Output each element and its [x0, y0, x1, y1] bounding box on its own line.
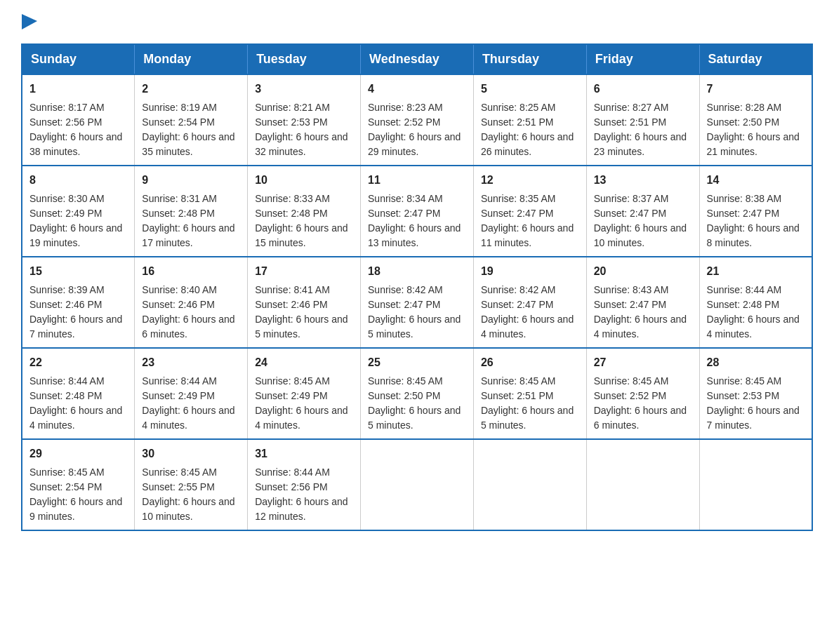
- calendar-day-cell: 27 Sunrise: 8:45 AMSunset: 2:52 PMDaylig…: [586, 348, 699, 439]
- day-info: Sunrise: 8:37 AMSunset: 2:47 PMDaylight:…: [594, 193, 687, 248]
- calendar-day-cell: 20 Sunrise: 8:43 AMSunset: 2:47 PMDaylig…: [586, 257, 699, 348]
- day-of-week-header: Tuesday: [248, 44, 361, 74]
- day-info: Sunrise: 8:35 AMSunset: 2:47 PMDaylight:…: [481, 193, 574, 248]
- day-of-week-header: Sunday: [22, 44, 135, 74]
- calendar-day-cell: 29 Sunrise: 8:45 AMSunset: 2:54 PMDaylig…: [22, 439, 135, 530]
- day-number: 18: [368, 263, 466, 280]
- calendar-day-cell: 28 Sunrise: 8:45 AMSunset: 2:53 PMDaylig…: [699, 348, 812, 439]
- calendar-day-cell: 26 Sunrise: 8:45 AMSunset: 2:51 PMDaylig…: [473, 348, 586, 439]
- day-info: Sunrise: 8:25 AMSunset: 2:51 PMDaylight:…: [481, 102, 574, 157]
- calendar-day-cell: 6 Sunrise: 8:27 AMSunset: 2:51 PMDayligh…: [586, 74, 699, 166]
- day-number: 15: [29, 263, 127, 280]
- calendar-day-cell: 11 Sunrise: 8:34 AMSunset: 2:47 PMDaylig…: [361, 166, 474, 257]
- day-info: Sunrise: 8:17 AMSunset: 2:56 PMDaylight:…: [29, 102, 122, 157]
- day-info: Sunrise: 8:19 AMSunset: 2:54 PMDaylight:…: [142, 102, 234, 157]
- day-info: Sunrise: 8:45 AMSunset: 2:49 PMDaylight:…: [255, 375, 348, 431]
- day-info: Sunrise: 8:27 AMSunset: 2:51 PMDaylight:…: [594, 102, 687, 157]
- calendar-day-cell: [473, 439, 586, 530]
- day-number: 6: [594, 81, 692, 98]
- day-number: 2: [142, 81, 240, 98]
- calendar-day-cell: 30 Sunrise: 8:45 AMSunset: 2:55 PMDaylig…: [135, 439, 248, 530]
- calendar-week-row: 22 Sunrise: 8:44 AMSunset: 2:48 PMDaylig…: [22, 348, 812, 439]
- logo-triangle-icon: [22, 14, 37, 29]
- day-number: 11: [368, 172, 466, 189]
- day-of-week-header: Friday: [586, 44, 699, 74]
- day-info: Sunrise: 8:44 AMSunset: 2:56 PMDaylight:…: [255, 467, 348, 522]
- calendar-day-cell: 4 Sunrise: 8:23 AMSunset: 2:52 PMDayligh…: [361, 74, 474, 166]
- day-info: Sunrise: 8:39 AMSunset: 2:46 PMDaylight:…: [29, 284, 122, 340]
- calendar-day-cell: 9 Sunrise: 8:31 AMSunset: 2:48 PMDayligh…: [135, 166, 248, 257]
- day-number: 22: [29, 354, 127, 371]
- day-number: 7: [707, 81, 805, 98]
- calendar-day-cell: 1 Sunrise: 8:17 AMSunset: 2:56 PMDayligh…: [22, 74, 135, 166]
- day-info: Sunrise: 8:44 AMSunset: 2:48 PMDaylight:…: [29, 375, 122, 431]
- calendar-day-cell: [699, 439, 812, 530]
- calendar-day-cell: 2 Sunrise: 8:19 AMSunset: 2:54 PMDayligh…: [135, 74, 248, 166]
- calendar-day-cell: 8 Sunrise: 8:30 AMSunset: 2:49 PMDayligh…: [22, 166, 135, 257]
- day-number: 28: [707, 354, 805, 371]
- calendar-day-cell: 14 Sunrise: 8:38 AMSunset: 2:47 PMDaylig…: [699, 166, 812, 257]
- day-info: Sunrise: 8:28 AMSunset: 2:50 PMDaylight:…: [707, 102, 800, 157]
- day-number: 8: [29, 172, 127, 189]
- calendar-week-row: 15 Sunrise: 8:39 AMSunset: 2:46 PMDaylig…: [22, 257, 812, 348]
- day-info: Sunrise: 8:45 AMSunset: 2:51 PMDaylight:…: [481, 375, 574, 431]
- day-info: Sunrise: 8:45 AMSunset: 2:53 PMDaylight:…: [707, 375, 800, 431]
- day-number: 31: [255, 445, 353, 462]
- calendar-week-row: 29 Sunrise: 8:45 AMSunset: 2:54 PMDaylig…: [22, 439, 812, 530]
- day-number: 9: [142, 172, 240, 189]
- day-of-week-header: Monday: [135, 44, 248, 74]
- day-info: Sunrise: 8:45 AMSunset: 2:54 PMDaylight:…: [29, 467, 122, 522]
- calendar-day-cell: [361, 439, 474, 530]
- day-info: Sunrise: 8:42 AMSunset: 2:47 PMDaylight:…: [481, 284, 574, 340]
- day-number: 20: [594, 263, 692, 280]
- calendar-day-cell: 12 Sunrise: 8:35 AMSunset: 2:47 PMDaylig…: [473, 166, 586, 257]
- day-number: 16: [142, 263, 240, 280]
- day-info: Sunrise: 8:41 AMSunset: 2:46 PMDaylight:…: [255, 284, 348, 340]
- calendar-day-cell: 15 Sunrise: 8:39 AMSunset: 2:46 PMDaylig…: [22, 257, 135, 348]
- day-info: Sunrise: 8:38 AMSunset: 2:47 PMDaylight:…: [707, 193, 800, 248]
- calendar-day-cell: 31 Sunrise: 8:44 AMSunset: 2:56 PMDaylig…: [248, 439, 361, 530]
- day-number: 23: [142, 354, 240, 371]
- day-number: 24: [255, 354, 353, 371]
- day-info: Sunrise: 8:23 AMSunset: 2:52 PMDaylight:…: [368, 102, 461, 157]
- day-number: 12: [481, 172, 579, 189]
- calendar-day-cell: [586, 439, 699, 530]
- calendar-day-cell: 17 Sunrise: 8:41 AMSunset: 2:46 PMDaylig…: [248, 257, 361, 348]
- page-header: [21, 14, 813, 29]
- day-info: Sunrise: 8:45 AMSunset: 2:52 PMDaylight:…: [594, 375, 687, 431]
- day-of-week-header: Saturday: [699, 44, 812, 74]
- calendar-day-cell: 19 Sunrise: 8:42 AMSunset: 2:47 PMDaylig…: [473, 257, 586, 348]
- calendar-table: SundayMondayTuesdayWednesdayThursdayFrid…: [21, 43, 813, 531]
- day-info: Sunrise: 8:44 AMSunset: 2:49 PMDaylight:…: [142, 375, 234, 431]
- calendar-day-cell: 23 Sunrise: 8:44 AMSunset: 2:49 PMDaylig…: [135, 348, 248, 439]
- day-number: 5: [481, 81, 579, 98]
- calendar-day-cell: 5 Sunrise: 8:25 AMSunset: 2:51 PMDayligh…: [473, 74, 586, 166]
- day-number: 26: [481, 354, 579, 371]
- day-number: 3: [255, 81, 353, 98]
- day-of-week-header: Thursday: [473, 44, 586, 74]
- calendar-day-cell: 22 Sunrise: 8:44 AMSunset: 2:48 PMDaylig…: [22, 348, 135, 439]
- day-info: Sunrise: 8:44 AMSunset: 2:48 PMDaylight:…: [707, 284, 800, 340]
- calendar-day-cell: 18 Sunrise: 8:42 AMSunset: 2:47 PMDaylig…: [361, 257, 474, 348]
- day-number: 27: [594, 354, 692, 371]
- day-info: Sunrise: 8:31 AMSunset: 2:48 PMDaylight:…: [142, 193, 234, 248]
- calendar-week-row: 1 Sunrise: 8:17 AMSunset: 2:56 PMDayligh…: [22, 74, 812, 166]
- day-number: 30: [142, 445, 240, 462]
- day-info: Sunrise: 8:21 AMSunset: 2:53 PMDaylight:…: [255, 102, 348, 157]
- day-number: 21: [707, 263, 805, 280]
- calendar-day-cell: 3 Sunrise: 8:21 AMSunset: 2:53 PMDayligh…: [248, 74, 361, 166]
- day-number: 10: [255, 172, 353, 189]
- calendar-day-cell: 24 Sunrise: 8:45 AMSunset: 2:49 PMDaylig…: [248, 348, 361, 439]
- calendar-day-cell: 7 Sunrise: 8:28 AMSunset: 2:50 PMDayligh…: [699, 74, 812, 166]
- day-info: Sunrise: 8:30 AMSunset: 2:49 PMDaylight:…: [29, 193, 122, 248]
- day-number: 29: [29, 445, 127, 462]
- day-info: Sunrise: 8:45 AMSunset: 2:55 PMDaylight:…: [142, 467, 234, 522]
- calendar-day-cell: 21 Sunrise: 8:44 AMSunset: 2:48 PMDaylig…: [699, 257, 812, 348]
- calendar-day-cell: 13 Sunrise: 8:37 AMSunset: 2:47 PMDaylig…: [586, 166, 699, 257]
- logo: [21, 14, 37, 29]
- day-info: Sunrise: 8:42 AMSunset: 2:47 PMDaylight:…: [368, 284, 461, 340]
- day-number: 17: [255, 263, 353, 280]
- calendar-week-row: 8 Sunrise: 8:30 AMSunset: 2:49 PMDayligh…: [22, 166, 812, 257]
- day-number: 13: [594, 172, 692, 189]
- calendar-day-cell: 16 Sunrise: 8:40 AMSunset: 2:46 PMDaylig…: [135, 257, 248, 348]
